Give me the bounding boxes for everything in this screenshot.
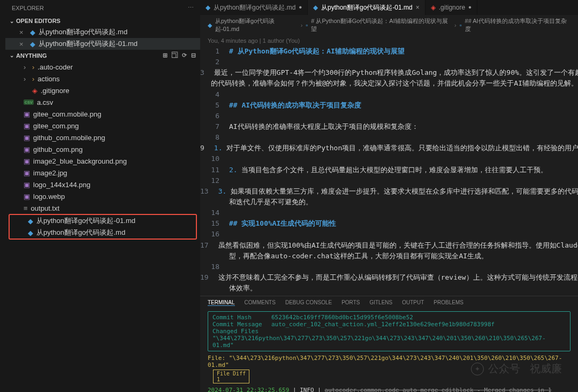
tree-item[interactable]: ▣gitee_com.mobile.png (5, 108, 200, 120)
code-line[interactable]: 17虽然看似困难，但实现100%由AI生成代码的项目是可能的，关键在于人工进行合… (200, 240, 578, 251)
bottom-panel: TERMINALCOMMENTSDEBUG CONSOLEPORTSGITLEN… (200, 296, 578, 392)
img-icon: ▣ (24, 169, 30, 177)
tree-item[interactable]: ▣gitee_com.png (5, 120, 200, 132)
panel-tab[interactable]: PORTS (341, 299, 360, 306)
code-line[interactable]: 和迭代几乎是不可避免的。 (200, 197, 578, 207)
commit-info-box: Commit Hash6523642bc169ff7860bd0bc15d995… (208, 311, 571, 351)
chevron-right-icon: › (24, 75, 29, 83)
refresh-icon[interactable]: ⟳ (182, 52, 187, 59)
tree-item[interactable]: ▣logo.webp (5, 190, 200, 202)
code-line[interactable]: 18 (200, 262, 578, 272)
code-editor[interactable]: 1# 从Python翻译Go代码谈起：AI辅助编程的现状与展望23最近，一位同学… (200, 46, 578, 296)
breadcrumb[interactable]: ◆ 从python翻译go代码谈起-01.md › ▫ # 从Python翻译G… (200, 15, 578, 35)
code-line[interactable]: 2 (200, 57, 578, 67)
panel-tab[interactable]: DEBUG CONSOLE (285, 299, 332, 306)
term-log-line: 2024-07-31 22:32:25.659 | INFO | autocod… (208, 387, 571, 392)
chevron-right-icon: › (24, 63, 29, 71)
open-editor-item[interactable]: ×◆从python翻译go代码谈起.md (5, 26, 200, 38)
img-icon: ▣ (24, 134, 30, 142)
close-icon[interactable]: × (416, 4, 420, 11)
img-icon: ▣ (24, 122, 30, 130)
close-icon[interactable]: × (19, 28, 27, 36)
terminal[interactable]: Commit Hash6523642bc169ff7860bd0bc15d995… (200, 309, 578, 392)
open-editor-item[interactable]: ×◆从python翻译go代码谈起-01.md (5, 38, 200, 50)
code-line[interactable]: 15## 实现100%AI生成代码的可能性 (200, 218, 578, 229)
panel-tab[interactable]: GITLENS (369, 299, 392, 306)
more-icon[interactable]: ⋯ (188, 4, 194, 11)
img-icon: ▣ (24, 193, 30, 201)
git-icon: ◈ (32, 87, 37, 95)
wechat-icon: ✦ (471, 363, 484, 375)
code-line[interactable]: 4 (200, 89, 578, 100)
tree-item[interactable]: ››.auto-coder (5, 61, 200, 73)
new-folder-icon[interactable]: ⿹ (172, 52, 178, 59)
new-file-icon[interactable]: ⊞ (163, 52, 168, 59)
activity-bar (0, 0, 5, 392)
tree-item[interactable]: ▣github_com.mobile.png (5, 132, 200, 143)
chevron-right-icon: › (301, 22, 303, 28)
heading-icon: ▫ (460, 22, 462, 28)
tree-item[interactable]: ▣image2_blue_background.png (5, 155, 200, 167)
img-icon: ▣ (24, 110, 30, 118)
open-editors-header[interactable]: ⌄ OPEN EDITORS (5, 16, 200, 26)
code-line[interactable]: 10 (200, 153, 578, 164)
project-header[interactable]: ⌄ ANYTHING ⊞ ⿹ ⟳ ⊟ (5, 50, 200, 61)
img-icon: ▣ (24, 181, 30, 189)
tree-item[interactable]: csva.csv (5, 96, 200, 108)
folder-icon: › (32, 75, 34, 83)
md-icon: ◆ (28, 229, 33, 237)
chevron-down-icon: ⌄ (10, 18, 14, 24)
heading-icon: ▫ (306, 22, 308, 28)
tree-item[interactable]: ▣image2.jpg (5, 167, 200, 179)
panel-tab[interactable]: COMMENTS (245, 299, 276, 306)
code-line[interactable]: 16 (200, 229, 578, 240)
code-line[interactable]: 19这并不意味着人工完全不参与，而是工作重心从编码转移到了代码审查（review… (200, 272, 578, 283)
code-line[interactable]: 体效率。 (200, 283, 578, 294)
tree-item[interactable]: ◆从python翻译go代码谈起-01.md (10, 215, 196, 227)
tree-item[interactable]: ◆从python翻译go代码谈起.md (10, 227, 196, 239)
editor-tab[interactable]: ◆从python翻译go代码谈起.md• (200, 0, 308, 15)
code-line[interactable]: 的代码转换，准确率会如何？作为被@的对象，我决定深入探讨这个话题，并借此机会分享… (200, 78, 578, 89)
collapse-icon[interactable]: ⊟ (191, 52, 196, 59)
code-line[interactable]: 12 (200, 175, 578, 186)
tree-item[interactable]: ››actions (5, 73, 200, 84)
code-line[interactable]: 7AI代码转换的准确率很大程度上取决于项目的规模和复杂度： (200, 121, 578, 132)
code-line[interactable]: 91. 对于单文件、仅使用标准库的Python项目，准确率通常很高。只要给出适当… (200, 143, 578, 153)
tree-item[interactable]: ◈.gitignore (5, 84, 200, 96)
panel-tab[interactable]: TERMINAL (208, 299, 235, 306)
img-icon: ▣ (24, 157, 30, 165)
img-icon: ▣ (24, 145, 30, 153)
chevron-right-icon: › (454, 22, 457, 28)
close-icon[interactable]: × (19, 40, 27, 48)
watermark: ✦ 公众号 祝威廉 (471, 362, 562, 376)
folder-icon: › (32, 63, 34, 71)
tree-item[interactable]: ▣logo_144x144.png (5, 179, 200, 190)
tree-item[interactable]: ▣github_com.png (5, 143, 200, 155)
code-line[interactable]: 6 (200, 111, 578, 121)
editor-tab[interactable]: ◆从python翻译go代码谈起-01.md× (308, 0, 425, 15)
git-icon: ◈ (431, 4, 436, 11)
dirty-icon: • (299, 3, 302, 12)
txt-icon: ≡ (24, 204, 28, 212)
editor-area: ◆从python翻译go代码谈起.md•◆从python翻译go代码谈起-01.… (200, 0, 578, 392)
code-line[interactable]: 112. 当项目包含多个文件，且总代码量超出大模型的处理窗口时，难度会显著增加，… (200, 165, 578, 175)
file-diff-box: File Diff 1 (213, 370, 249, 383)
md-icon: ◆ (28, 217, 33, 225)
panel-tab[interactable]: OUTPUT (402, 299, 424, 306)
code-line[interactable]: 14 (200, 207, 578, 218)
panel-tabs: TERMINALCOMMENTSDEBUG CONSOLEPORTSGITLEN… (200, 296, 578, 309)
code-line[interactable]: 5## AI代码转换的成功率取决于项目复杂度 (200, 100, 578, 111)
md-icon: ◆ (206, 4, 210, 11)
editor-tabs: ◆从python翻译go代码谈起.md•◆从python翻译go代码谈起-01.… (200, 0, 578, 15)
panel-tab[interactable]: PROBLEMS (434, 299, 463, 306)
dirty-icon: • (468, 3, 471, 12)
editor-tab[interactable]: ◈.gitignore• (425, 0, 477, 15)
md-icon: ◆ (30, 28, 35, 36)
code-line[interactable]: 133. 如果项目依赖大量第三方库，难度会进一步提升。这要求大模型在众多库中进行… (200, 186, 578, 197)
highlighted-files: ◆从python翻译go代码谈起-01.md◆从python翻译go代码谈起.m… (9, 214, 197, 240)
code-line[interactable]: 8 (200, 132, 578, 143)
code-line[interactable]: 型，再配合像auto-coder.chat这样的工具，大部分项目都有可能实现全A… (200, 251, 578, 262)
code-line[interactable]: 1# 从Python翻译Go代码谈起：AI辅助编程的现状与展望 (200, 46, 578, 57)
code-line[interactable]: 3最近，一位同学使用GPT-4将一个约300行的Python程序转换成Golan… (200, 67, 578, 78)
tree-item[interactable]: ≡output.txt (5, 202, 200, 214)
